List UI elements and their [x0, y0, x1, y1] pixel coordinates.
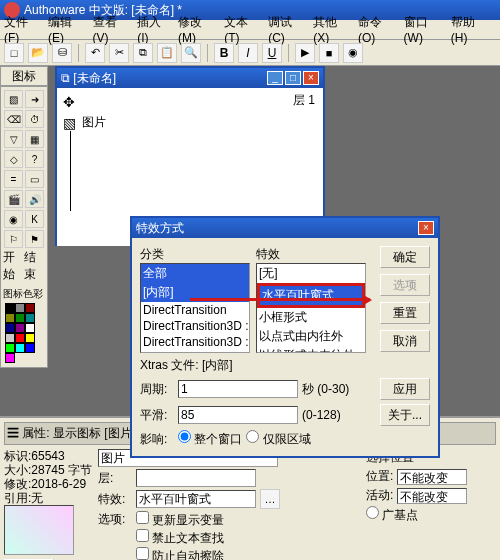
layer-input[interactable]: [136, 469, 256, 487]
color-swatches[interactable]: [3, 301, 45, 365]
framework-icon[interactable]: ▦: [25, 130, 44, 148]
base-radio[interactable]: 广基点: [366, 506, 418, 524]
stop-icon[interactable]: ■: [319, 43, 339, 63]
selected-effect: 水平百叶窗式: [257, 283, 365, 308]
about-button[interactable]: 关于...: [380, 404, 430, 426]
effect-list[interactable]: [无] 水平百叶窗式 小框形式 以点式由内往外 以线形式由内往外 以相机光圈开放…: [256, 263, 366, 353]
menu-insert[interactable]: 插入(I): [137, 14, 166, 45]
menubar: 文件(F) 编辑(E) 查看(V) 插入(I) 修改(M) 文本(T) 调试(C…: [0, 20, 500, 40]
start-flag[interactable]: ⚐: [4, 230, 23, 248]
ko-icon[interactable]: K: [25, 210, 44, 228]
menu-view[interactable]: 查看(V): [93, 14, 126, 45]
reset-button[interactable]: 重置: [380, 302, 430, 324]
transition-dialog: 特效方式 × 分类 全部 [内部] DirectTransition Direc…: [130, 216, 440, 458]
menu-other[interactable]: 其他(X): [313, 14, 346, 45]
display-flow-icon[interactable]: ▧: [63, 115, 76, 131]
flow-handle-icon[interactable]: ✥: [63, 94, 75, 110]
close-icon[interactable]: ×: [303, 71, 319, 85]
icon-label[interactable]: 图片: [82, 114, 106, 131]
calc-icon[interactable]: =: [4, 170, 23, 188]
undo-icon[interactable]: ↶: [85, 43, 105, 63]
movie-icon[interactable]: 🎬: [4, 190, 23, 208]
menu-text[interactable]: 文本(T): [224, 14, 256, 45]
underline-icon[interactable]: U: [262, 43, 282, 63]
doc-title: [未命名]: [73, 70, 116, 87]
menu-file[interactable]: 文件(F): [4, 14, 36, 45]
workspace: 图标 ▧➜ ⌫⏱ ▽▦ ◇? =▭ 🎬🔊 ◉K ⚐⚑ 开始结束 图标色彩 ⧉ […: [0, 66, 500, 436]
copy-icon[interactable]: ⧉: [133, 43, 153, 63]
position-select[interactable]: 不能改变: [397, 469, 467, 485]
activity-select[interactable]: 不能改变: [397, 488, 467, 504]
tools-panel: ▧➜ ⌫⏱ ▽▦ ◇? =▭ 🎬🔊 ◉K ⚐⚑ 开始结束 图标色彩: [0, 86, 48, 368]
erase-icon[interactable]: ⌫: [4, 110, 23, 128]
cut-icon[interactable]: ✂: [109, 43, 129, 63]
play-icon[interactable]: ▶: [295, 43, 315, 63]
apply-button[interactable]: 应用: [380, 378, 430, 400]
menu-modify[interactable]: 修改(M): [178, 14, 212, 45]
transition-picker-icon[interactable]: …: [260, 489, 280, 509]
menu-edit[interactable]: 编辑(E): [48, 14, 81, 45]
menu-debug[interactable]: 调试(C): [268, 14, 301, 45]
chk-notext[interactable]: 禁止文本查找: [136, 531, 224, 545]
affect-whole-radio[interactable]: 整个窗口: [178, 430, 242, 448]
stop-flag[interactable]: ⚑: [25, 230, 44, 248]
menu-help[interactable]: 帮助(H): [451, 14, 484, 45]
period-input[interactable]: [178, 380, 298, 398]
open-icon[interactable]: 📂: [28, 43, 48, 63]
interaction-icon[interactable]: ?: [25, 150, 44, 168]
nav-icon[interactable]: ▽: [4, 130, 23, 148]
preview-thumbnail: [4, 505, 74, 555]
debug-icon[interactable]: ◉: [343, 43, 363, 63]
chk-noerase[interactable]: 防止自动擦除: [136, 549, 224, 560]
italic-icon[interactable]: I: [238, 43, 258, 63]
chk-update[interactable]: 更新显示变量: [136, 513, 224, 527]
affect-area-radio[interactable]: 仅限区域: [246, 430, 310, 448]
category-list[interactable]: 全部 [内部] DirectTransition DirectTransitio…: [140, 263, 250, 353]
wait-icon[interactable]: ⏱: [25, 110, 44, 128]
transition-input[interactable]: [136, 490, 256, 508]
smooth-input[interactable]: [178, 406, 298, 424]
menu-command[interactable]: 命令(O): [358, 14, 392, 45]
minimize-icon[interactable]: _: [267, 71, 283, 85]
bold-icon[interactable]: B: [214, 43, 234, 63]
maximize-icon[interactable]: □: [285, 71, 301, 85]
tools-title: 图标: [0, 66, 48, 86]
dvd-icon[interactable]: ◉: [4, 210, 23, 228]
motion-icon[interactable]: ➜: [25, 90, 44, 108]
dialog-titlebar[interactable]: 特效方式 ×: [132, 218, 438, 238]
display-icon[interactable]: ▧: [4, 90, 23, 108]
sound-icon[interactable]: 🔊: [25, 190, 44, 208]
doc-titlebar[interactable]: ⧉ [未命名] _ □ ×: [57, 68, 323, 88]
ok-button[interactable]: 确定: [380, 246, 430, 268]
menu-window[interactable]: 窗口(W): [404, 14, 439, 45]
paste-icon[interactable]: 📋: [157, 43, 177, 63]
annotation-arrow: [190, 298, 370, 301]
dialog-close-icon[interactable]: ×: [418, 221, 434, 235]
decision-icon[interactable]: ◇: [4, 150, 23, 168]
options-button[interactable]: 选项: [380, 274, 430, 296]
new-icon[interactable]: □: [4, 43, 24, 63]
find-icon[interactable]: 🔍: [181, 43, 201, 63]
cancel-button[interactable]: 取消: [380, 330, 430, 352]
map-icon[interactable]: ▭: [25, 170, 44, 188]
save-icon[interactable]: ⛁: [52, 43, 72, 63]
